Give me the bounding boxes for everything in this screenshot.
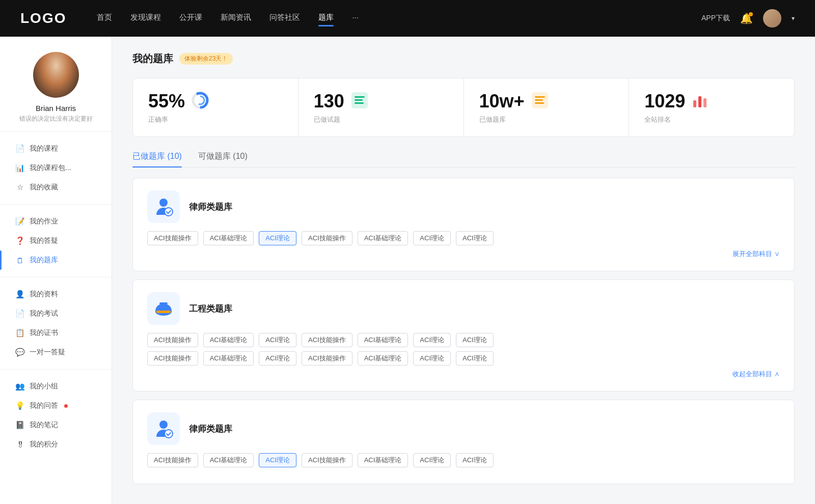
nav-home[interactable]: 首页 [97, 13, 112, 24]
stats-row: 55% 正确率 130 [132, 78, 795, 137]
sidebar-item-my-notes[interactable]: 📓 我的笔记 [0, 415, 112, 435]
svg-rect-4 [355, 96, 365, 98]
expand-link[interactable]: 展开全部科目 ∨ [147, 249, 780, 259]
sidebar-item-my-cert[interactable]: 📋 我的证书 [0, 323, 112, 343]
nav-qa[interactable]: 问答社区 [269, 13, 300, 24]
sidebar-item-my-qbank[interactable]: 🗒 我的题库 [0, 250, 112, 270]
stat-accuracy: 55% 正确率 [133, 78, 298, 136]
notification-bell[interactable]: 🔔 [740, 12, 753, 24]
tag[interactable]: ACI理论 [259, 351, 296, 366]
stat-label: 已做试题 [314, 115, 448, 124]
svg-point-19 [159, 421, 168, 429]
nav-right: APP下载 🔔 ▾ [701, 9, 795, 27]
tags-row-1: ACI技能操作 ACI基础理论 ACI理论 ACI技能操作 ACI基础理论 AC… [147, 333, 780, 347]
sidebar: Brian Harris 错误的决定比没有决定要好 📄 我的课程 📊 我的课程包… [0, 37, 112, 504]
tag[interactable]: ACI技能操作 [147, 333, 198, 347]
user-avatar[interactable] [763, 9, 781, 27]
collapse-link[interactable]: 收起全部科目 ∧ [147, 370, 780, 379]
sidebar-item-label: 我的小组 [30, 382, 58, 391]
qbank-title: 律师类题库 [189, 423, 232, 435]
tag[interactable]: ACI理论 [259, 333, 296, 347]
tag[interactable]: ACI技能操作 [147, 231, 198, 245]
sidebar-item-my-package[interactable]: 📊 我的课程包... [0, 158, 112, 178]
group-icon: 👥 [15, 382, 24, 391]
sidebar-item-label: 我的考试 [30, 309, 58, 318]
svg-point-15 [165, 208, 173, 216]
nav-discover[interactable]: 发现课程 [130, 13, 161, 24]
tag[interactable]: ACI理论 [413, 453, 451, 467]
avatar-image [763, 9, 781, 27]
nav-qbank[interactable]: 题库 [318, 13, 334, 24]
nav-open[interactable]: 公开课 [179, 13, 202, 24]
tab-todo[interactable]: 可做题库 (10) [198, 151, 248, 167]
sidebar-item-my-qa[interactable]: ❓ 我的答疑 [0, 231, 112, 250]
tag[interactable]: ACI基础理论 [203, 453, 254, 467]
sidebar-item-my-points[interactable]: 🎖 我的积分 [0, 435, 112, 454]
tag[interactable]: ACI技能操作 [302, 351, 352, 366]
app-download-button[interactable]: APP下载 [701, 14, 730, 23]
page-header: 我的题库 体验剩余23天！ [132, 52, 795, 66]
tag[interactable]: ACI理论 [456, 231, 494, 245]
tag[interactable]: ACI理论 [413, 231, 451, 245]
tag[interactable]: ACI基础理论 [358, 231, 409, 245]
sidebar-item-my-question[interactable]: 💡 我的问答 [0, 396, 112, 415]
sidebar-item-my-profile[interactable]: 👤 我的资料 [0, 285, 112, 304]
sidebar-item-label: 我的积分 [30, 440, 58, 449]
sidebar-item-label: 我的收藏 [30, 183, 58, 192]
qbank-title: 工程类题库 [189, 303, 232, 315]
navbar: LOGO 首页 发现课程 公开课 新闻资讯 问答社区 题库 ··· APP下载 … [0, 0, 815, 37]
stat-done-questions: 130 已做试题 [298, 78, 464, 136]
tag[interactable]: ACI技能操作 [302, 231, 352, 245]
sidebar-divider-2 [0, 204, 112, 205]
nav-news[interactable]: 新闻资讯 [221, 13, 251, 24]
stat-rank: 1029 全站排名 [629, 78, 794, 136]
qbank-header: 律师类题库 [147, 190, 780, 223]
sidebar-item-label: 我的课程包... [30, 163, 71, 173]
tag[interactable]: ACI基础理论 [203, 231, 254, 245]
person-badge-icon-2 [152, 417, 175, 440]
tag[interactable]: ACI技能操作 [147, 351, 198, 366]
tag[interactable]: ACI基础理论 [358, 333, 409, 347]
sidebar-item-label: 我的课程 [30, 144, 58, 153]
tag[interactable]: ACI理论 [413, 333, 451, 347]
tag[interactable]: ACI基础理论 [358, 453, 409, 467]
tag[interactable]: ACI基础理论 [203, 333, 254, 347]
nav-more[interactable]: ··· [352, 13, 359, 24]
tag[interactable]: ACI技能操作 [302, 333, 352, 347]
svg-rect-9 [535, 99, 543, 101]
svg-rect-11 [693, 100, 696, 107]
tag[interactable]: ACI理论 [456, 453, 494, 467]
tab-done[interactable]: 已做题库 (10) [132, 151, 182, 167]
tags-row-2: ACI技能操作 ACI基础理论 ACI理论 ACI技能操作 ACI基础理论 AC… [147, 351, 780, 366]
tag[interactable]: ACI理论 [413, 351, 451, 366]
exam-icon: 📄 [15, 309, 24, 318]
tabs-row: 已做题库 (10) 可做题库 (10) [132, 151, 795, 167]
stat-value: 1029 [644, 91, 685, 112]
sidebar-item-my-course[interactable]: 📄 我的课程 [0, 139, 112, 158]
tag-active[interactable]: ACI理论 [259, 231, 296, 245]
svg-rect-18 [159, 302, 168, 304]
tag[interactable]: ACI基础理论 [358, 351, 409, 366]
stat-top: 1029 [644, 91, 779, 112]
tag[interactable]: ACI技能操作 [302, 453, 352, 467]
tag-active[interactable]: ACI理论 [259, 453, 296, 467]
sidebar-divider [0, 131, 112, 132]
tag[interactable]: ACI理论 [456, 333, 494, 347]
sidebar-item-my-collect[interactable]: ☆ 我的收藏 [0, 178, 112, 197]
sidebar-item-my-group[interactable]: 👥 我的小组 [0, 377, 112, 396]
stat-value: 55% [148, 91, 185, 112]
list-green-icon [350, 91, 369, 111]
sidebar-item-label: 一对一答疑 [30, 348, 65, 357]
list-orange-icon [531, 91, 549, 111]
tag[interactable]: ACI技能操作 [147, 453, 198, 467]
sidebar-item-my-homework[interactable]: 📝 我的作业 [0, 212, 112, 231]
qbank-card-lawyer: 律师类题库 ACI技能操作 ACI基础理论 ACI理论 ACI技能操作 ACI基… [132, 178, 795, 271]
chevron-down-icon[interactable]: ▾ [792, 15, 795, 22]
svg-rect-10 [535, 102, 544, 104]
package-icon: 📊 [15, 163, 24, 173]
sidebar-item-one-on-one[interactable]: 💬 一对一答疑 [0, 343, 112, 362]
sidebar-item-my-exam[interactable]: 📄 我的考试 [0, 304, 112, 323]
tag[interactable]: ACI理论 [456, 351, 494, 366]
tag[interactable]: ACI基础理论 [203, 351, 254, 366]
qa-icon: ❓ [15, 236, 24, 245]
